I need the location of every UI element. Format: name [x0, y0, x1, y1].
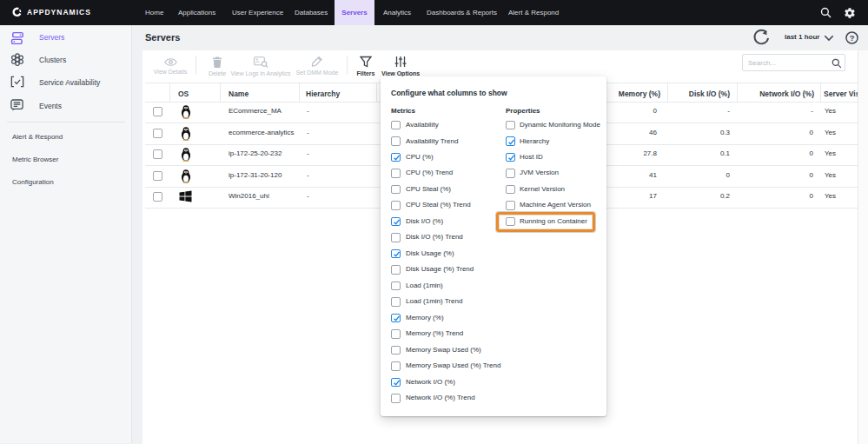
- svg-text:?: ?: [850, 34, 855, 43]
